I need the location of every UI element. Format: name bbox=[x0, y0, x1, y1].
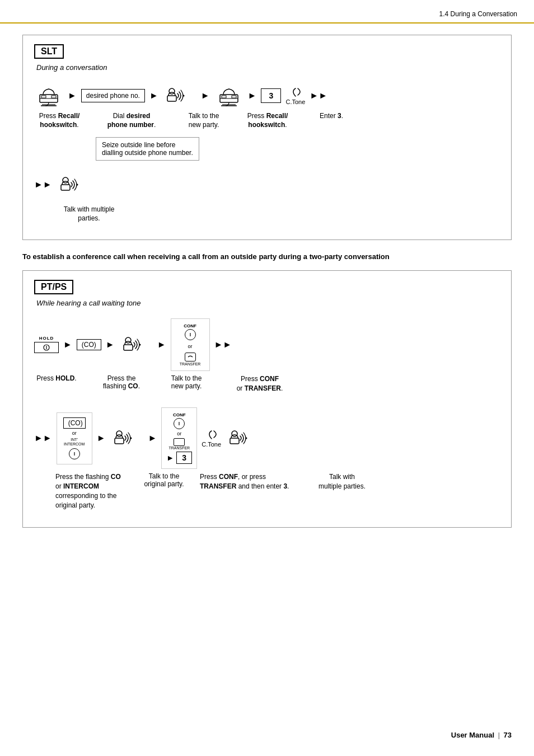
hold-label-top: HOLD bbox=[39, 336, 54, 341]
ptps-arrow-2: ► bbox=[106, 340, 115, 350]
header-title: 1.4 During a Conversation bbox=[439, 10, 517, 18]
transfer-label: TRANSFER bbox=[180, 362, 201, 366]
slt-label: SLT bbox=[34, 44, 64, 59]
intercom-label: INT'INTERCOM bbox=[64, 438, 85, 447]
main-content: SLT During a conversation bbox=[0, 35, 534, 561]
svg-rect-21 bbox=[124, 345, 133, 350]
ptps-bottom-step3-label: Press CONF, or press TRANSFER and then e… bbox=[200, 472, 301, 491]
co-box-1: (CO) bbox=[77, 339, 101, 350]
transfer-box bbox=[185, 353, 196, 361]
slt-arrow-1: ► bbox=[68, 91, 77, 101]
ptps-arrow-3: ► bbox=[157, 340, 166, 350]
number3-box-2: 3 bbox=[176, 452, 192, 464]
hold-btn-group: HOLD bbox=[34, 336, 59, 353]
ptps-step4-label: Press CONFor TRANSFER. bbox=[235, 374, 285, 393]
ctone-label-2: C.Tone bbox=[202, 441, 221, 448]
slt-arrow-2: ► bbox=[149, 91, 158, 101]
svg-point-17 bbox=[76, 184, 78, 186]
conf-btn: CONF bbox=[184, 323, 196, 340]
ptps-double-arrow-1: ►► bbox=[214, 340, 232, 350]
ptps-step2-label: Press theflashing CO. bbox=[99, 374, 144, 390]
co-box-2: (CO) bbox=[63, 417, 86, 429]
slt-double-arrow-1: ►► bbox=[310, 91, 327, 101]
slt-step4-label: Press Recall/hookswitch. bbox=[242, 112, 293, 129]
slt-note: Seize outside line beforedialling outsid… bbox=[96, 137, 199, 161]
conf-transfer-group: CONF or TRANSFER bbox=[171, 318, 210, 371]
slt-arrow-4: ► bbox=[248, 91, 257, 101]
svg-rect-26 bbox=[115, 438, 124, 444]
slt-note-container: Seize outside line beforedialling outsid… bbox=[34, 135, 500, 161]
ptps-talk-icon-1 bbox=[119, 332, 153, 358]
transfer-btn: TRANSFER bbox=[180, 353, 201, 366]
slt-diagram-box: SLT During a conversation bbox=[22, 35, 512, 240]
page-header: 1.4 During a Conversation bbox=[0, 0, 534, 24]
slt-step3-label: Talk to thenew party. bbox=[179, 112, 229, 129]
svg-rect-12 bbox=[232, 96, 236, 98]
ptps-double-arrow-2: ►► bbox=[34, 433, 52, 443]
svg-point-27 bbox=[130, 438, 132, 439]
ptps-step3-label: Talk to thenew party. bbox=[164, 374, 209, 390]
intercom-circle bbox=[69, 448, 80, 459]
ptps-arrow-1: ► bbox=[63, 340, 72, 350]
page-number: 73 bbox=[504, 731, 512, 739]
footer-text: User Manual bbox=[451, 731, 494, 739]
ctone-label-1: C.Tone bbox=[285, 98, 305, 105]
ptps-bottom-step4-label: Talk withmultiple parties. bbox=[314, 472, 370, 491]
ptps-top-flow-row: HOLD ► (CO) ► bbox=[34, 318, 500, 371]
ptps-diagram-box: PT/PS While hearing a call waiting tone … bbox=[22, 270, 512, 528]
co-intercom-group: (CO) or INT'INTERCOM bbox=[57, 412, 92, 465]
svg-rect-30 bbox=[230, 438, 239, 444]
hold-btn bbox=[34, 342, 59, 353]
svg-rect-2 bbox=[41, 96, 46, 98]
ptps-step1-label: Press HOLD. bbox=[34, 374, 79, 382]
slt-arrow-3: ► bbox=[201, 91, 210, 101]
ptps-bottom-labels-row: Press the flashing CO or INTERCOM corres… bbox=[34, 472, 500, 510]
slt-step2-label: Dial desiredphone number. bbox=[98, 112, 165, 129]
svg-rect-16 bbox=[61, 185, 70, 190]
conf-btn-2: CONF bbox=[173, 412, 186, 429]
svg-rect-7 bbox=[167, 96, 176, 101]
slt-bottom-labels: Talk with multiple parties. bbox=[34, 205, 500, 223]
svg-rect-3 bbox=[51, 96, 56, 98]
ptps-talk-icon-3 bbox=[226, 425, 259, 451]
number3-box: 3 bbox=[261, 88, 281, 103]
slt-phone-icon-2 bbox=[214, 83, 243, 109]
or-label: or bbox=[188, 344, 193, 349]
desired-phone-box: desired phone no. bbox=[81, 89, 145, 102]
conference-heading: To establish a conference call when rece… bbox=[22, 251, 512, 262]
conf-label: CONF bbox=[184, 323, 196, 328]
slt-subtitle: During a conversation bbox=[36, 63, 500, 72]
slt-bottom-flow-row: ►► bbox=[34, 172, 500, 198]
slt-flow-row: ► desired phone no. ► bbox=[34, 83, 500, 109]
ptps-bottom-step1-label: Press the flashing CO or INTERCOM corres… bbox=[55, 472, 128, 510]
slt-talk-icon-2 bbox=[57, 172, 90, 198]
ptps-talk-icon-2 bbox=[110, 425, 144, 451]
page-footer: User Manual | 73 bbox=[451, 731, 512, 739]
ptps-arrow-4: ► bbox=[97, 433, 106, 443]
ptps-bottom-step2-label: Talk to theoriginal party. bbox=[142, 472, 186, 488]
slt-labels-row: Press Recall/hookswitch. Dial desiredpho… bbox=[34, 112, 500, 129]
slt-step1-label: Press Recall/hookswitch. bbox=[34, 112, 85, 129]
slt-bottom-label: Talk with multiple parties. bbox=[55, 205, 123, 223]
slt-double-arrow-2: ►► bbox=[34, 180, 52, 190]
conf-transfer-number-group: CONF or TRANSFER ► 3 bbox=[161, 407, 197, 469]
slt-talk-icon-1 bbox=[163, 83, 196, 109]
ctone-talk-group: C.Tone bbox=[202, 425, 259, 451]
slt-step5-label: Enter 3. bbox=[306, 112, 357, 121]
svg-rect-11 bbox=[222, 96, 226, 98]
ptps-label: PT/PS bbox=[34, 280, 73, 294]
ptps-top-labels-row: Press HOLD. Press theflashing CO. Talk t… bbox=[34, 374, 500, 393]
svg-point-8 bbox=[182, 95, 184, 97]
slt-phone-icon-1 bbox=[34, 83, 63, 109]
ctone-group-1: C.Tone bbox=[285, 86, 305, 105]
ptps-arrow-5: ► bbox=[148, 433, 157, 443]
ctone-group-2: C.Tone bbox=[202, 429, 221, 448]
ptps-subtitle: While hearing a call waiting tone bbox=[36, 299, 500, 307]
ptps-bottom-flow-row: ►► (CO) or INT'INTERCOM ► bbox=[34, 407, 500, 469]
svg-point-31 bbox=[246, 438, 247, 439]
svg-point-22 bbox=[139, 344, 140, 345]
or-label-2: or bbox=[72, 430, 77, 436]
conf-circle bbox=[185, 329, 196, 340]
